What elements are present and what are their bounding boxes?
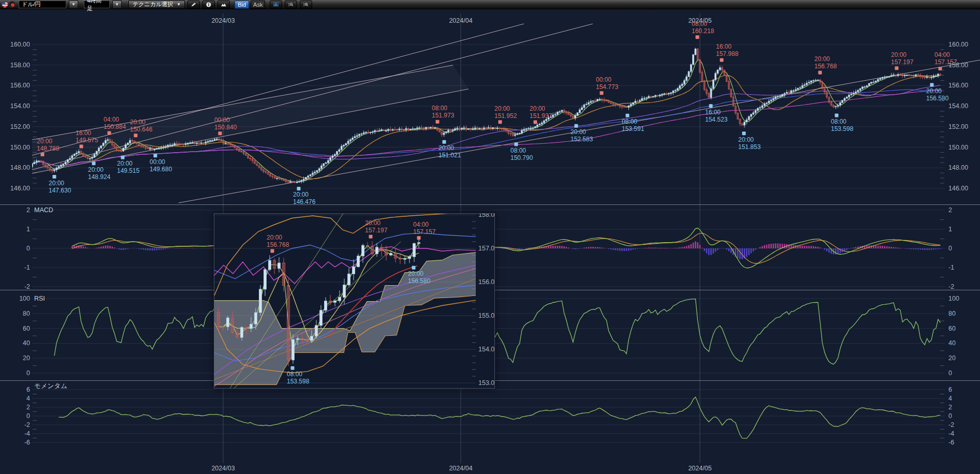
pair-dropdown-button[interactable]: ▼ bbox=[69, 1, 78, 9]
rsi-tick: 100 bbox=[19, 295, 30, 302]
annotation-marker bbox=[41, 153, 45, 156]
pair-select[interactable]: ドル/円 bbox=[19, 1, 66, 8]
annotation-marker bbox=[436, 120, 440, 124]
inset-y-label: 158.00 bbox=[478, 214, 494, 218]
annotation-price: 154.523 bbox=[705, 116, 728, 123]
inset-chart-svg[interactable]: 158.00157.00156.00155.00154.00153.0020:0… bbox=[214, 214, 494, 388]
timeframe-select[interactable]: 4時間足 bbox=[84, 1, 110, 8]
annotation-price: 153.598 bbox=[831, 125, 854, 132]
annotation-time: 20:00 bbox=[293, 191, 309, 198]
timeframe-dropdown-button[interactable]: ▼ bbox=[112, 1, 122, 9]
zoom-in-button[interactable] bbox=[300, 1, 312, 9]
annotation-marker bbox=[53, 175, 56, 179]
month-label: 2024/04 bbox=[449, 17, 472, 24]
draw-tool-button[interactable] bbox=[187, 1, 200, 9]
inset-y-label: 155.00 bbox=[478, 312, 494, 319]
month-label: 2024/04 bbox=[449, 465, 472, 472]
rsi-tick: 40 bbox=[23, 339, 30, 347]
momentum-tick: 0 bbox=[948, 412, 952, 420]
annotation-time: 20:00 bbox=[494, 105, 510, 112]
y-axis-label: 152.00 bbox=[10, 123, 30, 130]
annotation-time: 20:00 bbox=[438, 144, 454, 152]
rsi-tick: 60 bbox=[948, 325, 956, 332]
momentum-tick: 4 bbox=[26, 395, 30, 402]
annotation-price: 150.840 bbox=[214, 124, 237, 131]
annotation-time: 20:00 bbox=[571, 128, 586, 136]
y-axis-label: 160.00 bbox=[10, 41, 30, 48]
volume-style-button[interactable] bbox=[270, 1, 282, 9]
annotation-time: 08:00 bbox=[432, 105, 447, 112]
annotation-time: 20:00 bbox=[408, 270, 423, 277]
annotation-time: 20:00 bbox=[267, 234, 282, 241]
bid-button[interactable]: Bid bbox=[235, 1, 249, 9]
y-axis-label: 156.00 bbox=[948, 82, 968, 89]
annotation-price: 148.924 bbox=[88, 173, 111, 181]
inset-axis-labels: 158.00157.00156.00155.00154.00153.00 bbox=[478, 214, 494, 387]
month-label: 2024/03 bbox=[211, 465, 235, 472]
pencil-icon bbox=[191, 2, 196, 8]
annotation-time: 00:00 bbox=[150, 158, 165, 166]
chart-type-button[interactable] bbox=[217, 1, 230, 9]
info-icon bbox=[206, 2, 211, 8]
bar-chart-icon bbox=[273, 2, 279, 7]
annotation-marker bbox=[499, 120, 502, 124]
annotation-price: 150.884 bbox=[104, 123, 126, 130]
inset-y-label: 153.00 bbox=[478, 379, 494, 387]
annotation-price: 151.937 bbox=[530, 112, 552, 120]
y-axis-label: 148.00 bbox=[10, 164, 30, 171]
annotation-time: 08:00 bbox=[287, 371, 302, 378]
y-axis-label: 146.00 bbox=[948, 185, 968, 192]
annotation-time: 20:00 bbox=[530, 105, 545, 112]
rsi-tick: 100 bbox=[948, 295, 959, 302]
inset-y-label: 156.00 bbox=[478, 278, 494, 286]
y-axis-label: 148.00 bbox=[948, 164, 968, 171]
annotation-marker bbox=[575, 124, 578, 128]
annotation-marker bbox=[412, 266, 416, 270]
annotation-marker bbox=[930, 83, 934, 86]
macd-tick: 0 bbox=[26, 245, 30, 252]
momentum-tick: -4 bbox=[948, 430, 954, 437]
technical-select-button[interactable]: テクニカル選択 ▼ bbox=[128, 1, 185, 9]
rsi-tick: 80 bbox=[23, 310, 30, 317]
annotation-price: 152.583 bbox=[571, 136, 593, 143]
zoom-out-button[interactable] bbox=[285, 1, 297, 9]
annotation-price: 156.580 bbox=[408, 277, 431, 285]
annotation-price: 151.853 bbox=[738, 143, 761, 151]
rsi-tick: 0 bbox=[26, 369, 30, 377]
annotation-marker bbox=[835, 114, 839, 117]
inset-zoom-window[interactable]: 158.00157.00156.00155.00154.00153.0020:0… bbox=[214, 213, 495, 389]
currency-pair-flags-icon bbox=[2, 1, 16, 8]
annotation-marker bbox=[709, 104, 713, 108]
annotation-price: 156.768 bbox=[814, 63, 837, 70]
annotation-time: 20:00 bbox=[891, 51, 906, 58]
annotation-marker bbox=[271, 249, 274, 253]
momentum-panel-title: モメンタム bbox=[34, 382, 67, 390]
rsi-panel-title: RSI bbox=[34, 295, 45, 302]
annotation-time: 20:00 bbox=[117, 160, 133, 167]
annotation-price: 157.197 bbox=[365, 227, 388, 234]
momentum-tick: -2 bbox=[24, 421, 30, 428]
annotation-time: 04:00 bbox=[413, 221, 429, 228]
annotation-marker bbox=[134, 134, 138, 137]
macd-tick: 0 bbox=[948, 245, 952, 252]
annotation-marker bbox=[80, 144, 83, 148]
annotation-marker bbox=[297, 187, 301, 190]
annotation-marker bbox=[417, 236, 421, 240]
info-button[interactable] bbox=[202, 1, 215, 9]
annotation-price: 151.021 bbox=[438, 152, 461, 159]
rsi-tick: 40 bbox=[948, 339, 956, 347]
annotation-time: 08:00 bbox=[831, 118, 846, 125]
macd-tick: -2 bbox=[948, 283, 954, 290]
annotation-marker bbox=[108, 131, 111, 135]
momentum-tick: -4 bbox=[24, 430, 30, 437]
annotation-price: 147.630 bbox=[49, 187, 71, 194]
rsi-tick: 20 bbox=[948, 354, 956, 362]
annotation-price: 151.973 bbox=[432, 112, 455, 119]
y-axis-label: 160.00 bbox=[948, 41, 968, 48]
macd-tick: 1 bbox=[26, 226, 30, 233]
annotation-marker bbox=[626, 114, 630, 117]
ask-button[interactable]: Ask bbox=[251, 1, 265, 9]
momentum-tick: 6 bbox=[948, 386, 952, 393]
annotation-time: 20:00 bbox=[88, 166, 104, 173]
macd-panel-title: MACD bbox=[34, 206, 53, 214]
